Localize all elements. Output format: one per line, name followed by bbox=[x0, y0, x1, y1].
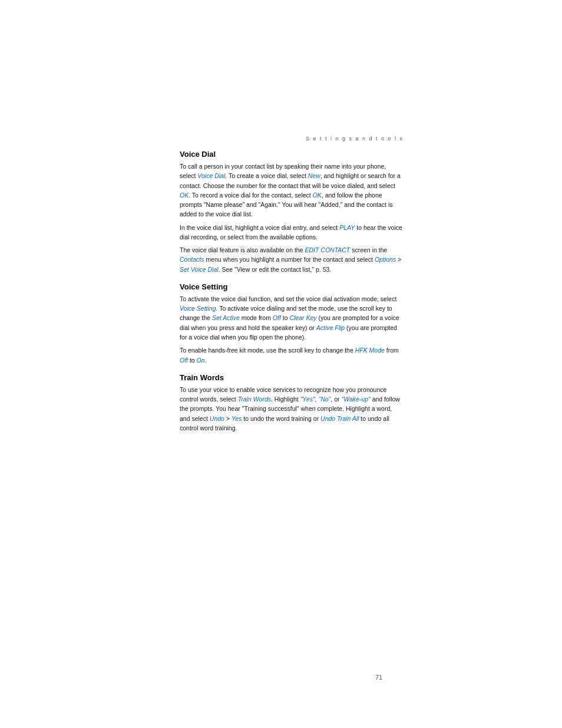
link-set-voice-dial[interactable]: Set Voice Dial bbox=[180, 266, 219, 273]
link-no-option[interactable]: "No" bbox=[318, 396, 330, 403]
train-words-para-1: To use your voice to enable voice servic… bbox=[180, 385, 404, 433]
section-body-voice-setting: To activate the voice dial function, and… bbox=[180, 294, 404, 365]
link-hfk-mode[interactable]: HFK Mode bbox=[355, 347, 385, 354]
page: S e t t i n g s a n d t o o l s Voice Di… bbox=[0, 0, 562, 728]
link-off-2[interactable]: Off bbox=[180, 357, 188, 364]
link-voice-dial[interactable]: Voice Dial bbox=[197, 172, 225, 179]
voice-setting-para-1: To activate the voice dial function, and… bbox=[180, 294, 404, 342]
link-train-words[interactable]: Train Words bbox=[238, 396, 271, 403]
voice-dial-para-2: In the voice dial list, highlight a voic… bbox=[180, 223, 404, 242]
section-body-train-words: To use your voice to enable voice servic… bbox=[180, 385, 404, 433]
link-wakeup-option[interactable]: "Wake-up" bbox=[341, 396, 370, 403]
voice-dial-para-3: The voice dial feature is also available… bbox=[180, 245, 404, 274]
section-voice-setting: Voice Setting To activate the voice dial… bbox=[180, 282, 404, 365]
link-new[interactable]: New bbox=[308, 172, 320, 179]
section-body-voice-dial: To call a person in your contact list by… bbox=[180, 162, 404, 274]
content-area: S e t t i n g s a n d t o o l s Voice Di… bbox=[180, 136, 404, 441]
link-clear-key[interactable]: Clear Key bbox=[289, 314, 316, 321]
link-undo-train-all[interactable]: Undo Train All bbox=[320, 415, 359, 422]
page-header: S e t t i n g s a n d t o o l s bbox=[180, 136, 404, 141]
link-voice-setting[interactable]: Voice Setting bbox=[180, 305, 216, 312]
link-active-flip[interactable]: Active Flip bbox=[316, 324, 345, 331]
section-title-voice-dial: Voice Dial bbox=[180, 150, 404, 159]
link-play[interactable]: PLAY bbox=[339, 224, 355, 231]
link-off-1[interactable]: Off bbox=[273, 314, 281, 321]
link-ok-2[interactable]: OK bbox=[313, 192, 322, 199]
voice-setting-para-2: To enable hands-free kit mode, use the s… bbox=[180, 345, 404, 365]
link-on[interactable]: On bbox=[197, 357, 205, 364]
link-edit-contact[interactable]: EDIT CONTACT bbox=[305, 246, 350, 253]
section-title-train-words: Train Words bbox=[180, 373, 404, 382]
page-number: 71 bbox=[375, 674, 382, 681]
link-contacts[interactable]: Contacts bbox=[180, 256, 204, 263]
link-yes-option[interactable]: "Yes" bbox=[300, 396, 315, 403]
link-yes-undo[interactable]: Yes bbox=[232, 415, 242, 422]
section-title-voice-setting: Voice Setting bbox=[180, 282, 404, 291]
section-voice-dial: Voice Dial To call a person in your cont… bbox=[180, 150, 404, 274]
link-options[interactable]: Options bbox=[375, 256, 396, 263]
voice-dial-para-1: To call a person in your contact list by… bbox=[180, 162, 404, 219]
link-set-active[interactable]: Set Active bbox=[212, 314, 240, 321]
link-ok-1[interactable]: OK bbox=[180, 192, 189, 199]
section-train-words: Train Words To use your voice to enable … bbox=[180, 373, 404, 433]
link-undo[interactable]: Undo bbox=[210, 415, 224, 422]
